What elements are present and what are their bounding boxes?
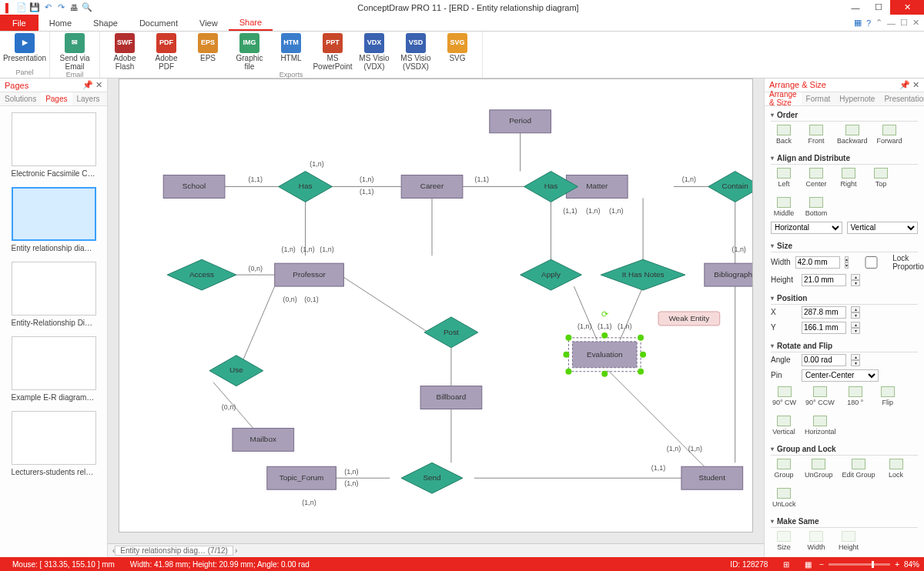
- svg-text:⟳: ⟳: [601, 309, 608, 319]
- save-icon[interactable]: 💾: [29, 2, 40, 13]
- distribute-h-select[interactable]: Horizontal: [771, 222, 842, 234]
- help-icon[interactable]: ?: [866, 18, 871, 28]
- width-input[interactable]: [795, 256, 840, 269]
- align-middle-button[interactable]: Middle: [772, 197, 795, 217]
- status-id: ID: 128278: [722, 560, 775, 569]
- tab-document[interactable]: Document: [129, 15, 189, 31]
- angle-input[interactable]: [802, 354, 846, 366]
- pos-y-input[interactable]: [802, 322, 846, 334]
- close-button[interactable]: ✕: [890, 0, 924, 15]
- svg-text:(1,n): (1,n): [360, 175, 373, 183]
- undo-icon[interactable]: ↶: [42, 2, 53, 13]
- align-right-button[interactable]: Right: [837, 168, 860, 188]
- zoom-out-button[interactable]: −: [819, 560, 824, 569]
- export-vdx-button[interactable]: VDXMS Visio (VDX): [356, 33, 393, 71]
- page-thumb[interactable]: Electronic Facsimile Coll…: [12, 112, 96, 184]
- pos-x-input[interactable]: [802, 306, 846, 319]
- pin-icon[interactable]: 📌 ✕: [899, 80, 919, 90]
- page-thumb[interactable]: Entity relationship diagram: [12, 187, 96, 259]
- doc-tab[interactable]: Entity relationship diag… (7/12): [115, 546, 233, 556]
- rotate-ccw-button[interactable]: 90° CCW: [805, 386, 835, 406]
- tab-home[interactable]: Home: [38, 15, 82, 31]
- align-left-button[interactable]: Left: [772, 168, 795, 188]
- subtab-pages[interactable]: Pages: [41, 92, 72, 105]
- zoom-in-button[interactable]: +: [895, 560, 899, 569]
- status-bar: Mouse: [ 313.35, 155.10 ] mm Width: 41.9…: [0, 557, 924, 571]
- export-svg-button[interactable]: SVGSVG: [439, 33, 476, 71]
- make-same-size-button[interactable]: Size: [772, 531, 795, 551]
- minimize-button[interactable]: —: [844, 0, 867, 15]
- new-doc-icon[interactable]: ▌: [3, 2, 14, 13]
- pin-select[interactable]: Center-Center: [802, 369, 879, 382]
- svg-text:Evaluation: Evaluation: [587, 350, 622, 359]
- print-icon[interactable]: 🖶: [69, 2, 79, 13]
- maximize-button[interactable]: ☐: [867, 0, 890, 15]
- send-email-button[interactable]: ✉Send via Email: [56, 33, 93, 71]
- ungroup-button[interactable]: UnGroup: [805, 459, 833, 479]
- app-launcher-icon[interactable]: ▦: [854, 18, 862, 28]
- make-same-width-button[interactable]: Width: [805, 531, 828, 551]
- tab-view[interactable]: View: [189, 15, 229, 31]
- flip-button[interactable]: Flip: [876, 386, 899, 406]
- page-thumb[interactable]: Example E-R diagram ext…: [12, 336, 96, 408]
- rp-tab-hypernote[interactable]: Hypernote: [835, 92, 879, 105]
- flip-h-button[interactable]: Horizontal: [805, 416, 836, 436]
- ribbon-collapse-icon[interactable]: ⌃: [875, 18, 882, 28]
- order-front-button[interactable]: Front: [805, 125, 828, 145]
- grid-icon[interactable]: ▦: [797, 560, 819, 569]
- align-center-button[interactable]: Center: [805, 168, 828, 188]
- rp-tab-presentation[interactable]: Presentation: [879, 92, 924, 105]
- presentation-button[interactable]: ▶Presentation: [6, 33, 43, 63]
- entity-shapes[interactable]: School Career Period Matter Bibliography…: [163, 110, 752, 489]
- page-thumbnails[interactable]: Electronic Facsimile Coll… Entity relati…: [0, 106, 107, 557]
- export-ppt-button[interactable]: PPTMS PowerPoint: [314, 33, 351, 71]
- export-vsdx-button[interactable]: VSDMS Visio (VSDX): [397, 33, 434, 71]
- order-forward-button[interactable]: Forward: [877, 125, 902, 145]
- height-input[interactable]: [802, 274, 846, 286]
- rotate-180-button[interactable]: 180 °: [844, 386, 867, 406]
- redo-icon[interactable]: ↷: [55, 2, 66, 13]
- export-pdf-button[interactable]: PDFAdobe PDF: [148, 33, 185, 71]
- page-thumb[interactable]: Lecturers-students relatio…: [12, 411, 96, 483]
- export-graphic-button[interactable]: IMGGraphic file: [231, 33, 268, 71]
- unlock-button[interactable]: UnLock: [772, 488, 796, 508]
- rotate-cw-button[interactable]: 90° CW: [772, 386, 796, 406]
- pin-icon[interactable]: 📌 ✕: [82, 80, 102, 90]
- tab-scroll-right-icon[interactable]: ›: [235, 546, 237, 555]
- drawing-canvas[interactable]: (1,1) (1,n) (1,1) (1,1) (1,n) (1,n) (1,n…: [119, 78, 753, 533]
- distribute-v-select[interactable]: Vertical: [847, 222, 919, 234]
- tab-share[interactable]: Share: [229, 15, 273, 31]
- align-top-button[interactable]: Top: [869, 168, 892, 188]
- lock-proportions-checkbox[interactable]: [853, 256, 890, 269]
- svg-point-96: [640, 352, 646, 358]
- doc-min-icon[interactable]: —: [887, 18, 896, 28]
- subtab-layers[interactable]: Layers: [72, 92, 105, 105]
- subtab-solutions[interactable]: Solutions: [0, 92, 41, 105]
- arrange-panel: Arrange & Size📌 ✕ Arrange & Size Format …: [764, 78, 924, 557]
- lock-button[interactable]: Lock: [885, 459, 908, 479]
- export-flash-button[interactable]: SWFAdobe Flash: [106, 33, 143, 71]
- rp-tab-arrange[interactable]: Arrange & Size: [765, 92, 802, 105]
- tab-shape[interactable]: Shape: [82, 15, 129, 31]
- align-bottom-button[interactable]: Bottom: [805, 197, 828, 217]
- doc-restore-icon[interactable]: ☐: [900, 18, 908, 28]
- doc-close-icon[interactable]: ✕: [912, 18, 919, 28]
- export-html-button[interactable]: HTMHTML: [273, 33, 310, 71]
- title-bar: ▌ 📄 💾 ↶ ↷ 🖶 🔍 ConceptDraw PRO 11 - [ERD …: [0, 0, 924, 15]
- page-thumb[interactable]: Entity-Relationship Diagr…: [12, 262, 96, 333]
- edit-group-button[interactable]: Edit Group: [842, 459, 875, 479]
- open-icon[interactable]: 📄: [16, 2, 27, 13]
- rp-tab-format[interactable]: Format: [802, 92, 835, 105]
- preview-icon[interactable]: 🔍: [82, 2, 92, 13]
- order-backward-button[interactable]: Backward: [837, 125, 868, 145]
- tab-file[interactable]: File: [0, 15, 38, 31]
- group-button[interactable]: Group: [772, 459, 795, 479]
- export-eps-button[interactable]: EPSEPS: [189, 33, 226, 71]
- svg-text:Send: Send: [423, 473, 440, 482]
- snap-icon[interactable]: ⊞: [775, 560, 797, 569]
- zoom-slider[interactable]: [829, 563, 890, 566]
- make-same-height-button[interactable]: Height: [837, 531, 860, 551]
- flip-v-button[interactable]: Vertical: [772, 416, 795, 436]
- order-back-button[interactable]: Back: [772, 125, 795, 145]
- document-tabs[interactable]: ‹ Entity relationship diag… (7/12) ›: [108, 543, 764, 557]
